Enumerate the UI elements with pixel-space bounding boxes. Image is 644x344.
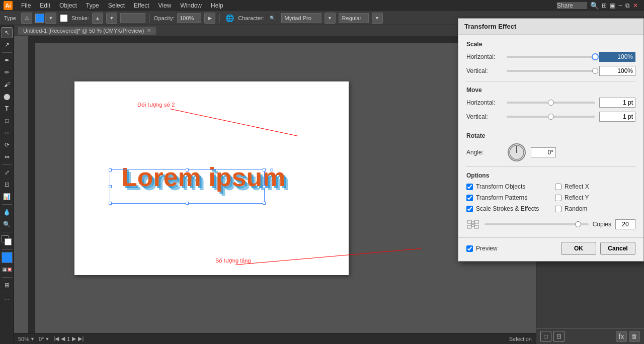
scale-h-slider[interactable] bbox=[507, 56, 595, 58]
menu-effect[interactable]: Effect bbox=[130, 1, 153, 10]
menu-object[interactable]: Object bbox=[55, 1, 81, 10]
ellipse-tool[interactable]: ○ bbox=[2, 127, 13, 138]
new-layer-button[interactable]: □ bbox=[540, 331, 551, 342]
canvas-tab[interactable]: Untitled-1 [Recovered]* @ 50 % (CMYK/Pre… bbox=[18, 27, 156, 35]
select-tool[interactable]: ↖ bbox=[2, 27, 13, 38]
rectangle-tool[interactable]: □ bbox=[2, 115, 13, 126]
angle-control[interactable]: 0° ▼ bbox=[39, 336, 49, 342]
fill-color-dropdown[interactable]: ▼ bbox=[45, 13, 56, 24]
shear-tool[interactable]: ⊡ bbox=[2, 179, 13, 190]
next-page2[interactable]: ▶| bbox=[78, 335, 84, 342]
rotation-handle[interactable] bbox=[270, 168, 273, 171]
menu-type[interactable]: Type bbox=[82, 1, 103, 10]
handle-tc[interactable] bbox=[186, 168, 189, 171]
mirror-tool[interactable]: ⇔ bbox=[2, 151, 13, 162]
search-button[interactable]: 🔍 bbox=[590, 2, 599, 10]
font-style-dropdown[interactable]: ▼ bbox=[372, 13, 383, 24]
arrange-windows-button[interactable]: ⊞ bbox=[602, 2, 607, 9]
scale-h-input[interactable] bbox=[599, 52, 635, 62]
tool-icon-warning[interactable]: ⚠ bbox=[21, 13, 32, 24]
panel-button[interactable]: ▣ bbox=[610, 2, 615, 9]
pen-tool[interactable]: ✒ bbox=[2, 55, 13, 66]
stroke-color-swatch[interactable] bbox=[59, 14, 68, 23]
handle-bc[interactable] bbox=[186, 202, 189, 205]
canvas-tab-close[interactable]: ✕ bbox=[147, 28, 151, 33]
handle-tl[interactable] bbox=[109, 168, 112, 171]
zoom-dropdown-arrow[interactable]: ▼ bbox=[30, 336, 35, 341]
transform-objects-checkbox[interactable] bbox=[466, 184, 473, 190]
scale-v-input[interactable] bbox=[599, 66, 635, 76]
gradient-none-icons[interactable] bbox=[2, 264, 13, 275]
handle-mr[interactable] bbox=[263, 185, 266, 188]
stroke-weight-up[interactable]: ▲ bbox=[92, 13, 103, 24]
scale-h-thumb[interactable] bbox=[592, 54, 598, 60]
move-v-thumb[interactable] bbox=[548, 114, 554, 120]
angle-dropdown-arrow[interactable]: ▼ bbox=[45, 336, 49, 341]
menu-help[interactable]: Help bbox=[207, 1, 227, 10]
fill-swatch-main[interactable] bbox=[2, 252, 13, 263]
close-button[interactable]: ✕ bbox=[633, 2, 638, 9]
zoom-control[interactable]: 50% ▼ bbox=[18, 336, 35, 342]
copies-slider-thumb[interactable] bbox=[575, 221, 581, 227]
move-h-input[interactable] bbox=[599, 98, 635, 108]
move-h-thumb[interactable] bbox=[548, 100, 554, 106]
move-h-slider[interactable] bbox=[507, 102, 595, 104]
scale-v-thumb[interactable] bbox=[592, 68, 598, 74]
move-v-slider[interactable] bbox=[507, 116, 595, 118]
delete-button[interactable]: 🗑 bbox=[629, 331, 640, 342]
page-control[interactable]: |◀ ◀ 1 ▶ ▶| bbox=[53, 335, 84, 342]
font-name-display[interactable]: Myriad Pro bbox=[281, 13, 321, 23]
share-button[interactable]: Share bbox=[557, 2, 587, 9]
more-tools[interactable]: ··· bbox=[4, 295, 10, 303]
font-dropdown[interactable]: ▼ bbox=[325, 13, 336, 24]
pencil-tool[interactable]: ✏ bbox=[2, 67, 13, 78]
type-tool[interactable]: T bbox=[2, 103, 13, 114]
copies-slider[interactable] bbox=[485, 223, 589, 225]
menu-window[interactable]: Window bbox=[176, 1, 206, 10]
scale-v-slider[interactable] bbox=[507, 70, 595, 72]
new-art-button[interactable]: ⊡ bbox=[553, 331, 565, 342]
brush-tool[interactable]: 🖌 bbox=[2, 79, 13, 90]
add-effect-button[interactable]: fx bbox=[616, 331, 627, 342]
restore-button[interactable]: ⧉ bbox=[625, 2, 630, 9]
handle-bl[interactable] bbox=[109, 202, 112, 205]
random-checkbox[interactable] bbox=[555, 206, 561, 212]
blob-brush-tool[interactable]: ⬤ bbox=[2, 91, 13, 102]
cancel-button[interactable]: Cancel bbox=[600, 242, 635, 255]
artboard-tool[interactable]: ⊞ bbox=[2, 280, 13, 291]
preview-checkbox[interactable] bbox=[466, 245, 473, 252]
direct-select-tool[interactable]: ↗ bbox=[2, 39, 13, 50]
copies-input[interactable] bbox=[615, 219, 635, 229]
scale-tool[interactable]: ⤢ bbox=[2, 167, 13, 178]
appearance-icon[interactable]: 🌐 bbox=[224, 13, 235, 24]
reflect-y-checkbox[interactable] bbox=[555, 195, 561, 201]
transform-patterns-checkbox[interactable] bbox=[466, 195, 473, 201]
stroke-weight-down[interactable]: ▼ bbox=[106, 13, 117, 24]
color-boxes[interactable] bbox=[2, 235, 13, 246]
handle-ml[interactable] bbox=[109, 185, 112, 188]
reflect-x-checkbox[interactable] bbox=[555, 184, 561, 190]
rotate-dial[interactable] bbox=[508, 143, 526, 161]
handle-br[interactable] bbox=[263, 202, 266, 205]
fill-color-swatch[interactable] bbox=[35, 14, 44, 23]
opacity-input[interactable] bbox=[177, 13, 201, 23]
font-style-display[interactable]: Regular bbox=[339, 13, 369, 23]
angle-input[interactable] bbox=[531, 147, 556, 157]
prev-page[interactable]: |◀ bbox=[53, 335, 59, 342]
menu-view[interactable]: View bbox=[154, 1, 176, 10]
eyedropper-tool[interactable]: 💧 bbox=[2, 207, 13, 218]
character-dropdown[interactable]: 🔍 bbox=[267, 13, 278, 24]
scale-strokes-checkbox[interactable] bbox=[466, 206, 473, 212]
prev-page2[interactable]: ◀ bbox=[61, 335, 65, 342]
graph-tool[interactable]: 📊 bbox=[2, 191, 13, 202]
opacity-expand[interactable]: ▶ bbox=[204, 13, 215, 24]
minimize-button[interactable]: − bbox=[618, 2, 622, 10]
menu-select[interactable]: Select bbox=[104, 1, 129, 10]
move-v-input[interactable] bbox=[599, 112, 635, 122]
menu-file[interactable]: File bbox=[17, 1, 35, 10]
menu-edit[interactable]: Edit bbox=[36, 1, 54, 10]
next-page[interactable]: ▶ bbox=[72, 335, 76, 342]
handle-tr[interactable] bbox=[263, 168, 266, 171]
ok-button[interactable]: OK bbox=[561, 242, 596, 255]
zoom-tool[interactable]: 🔍 bbox=[2, 219, 13, 230]
